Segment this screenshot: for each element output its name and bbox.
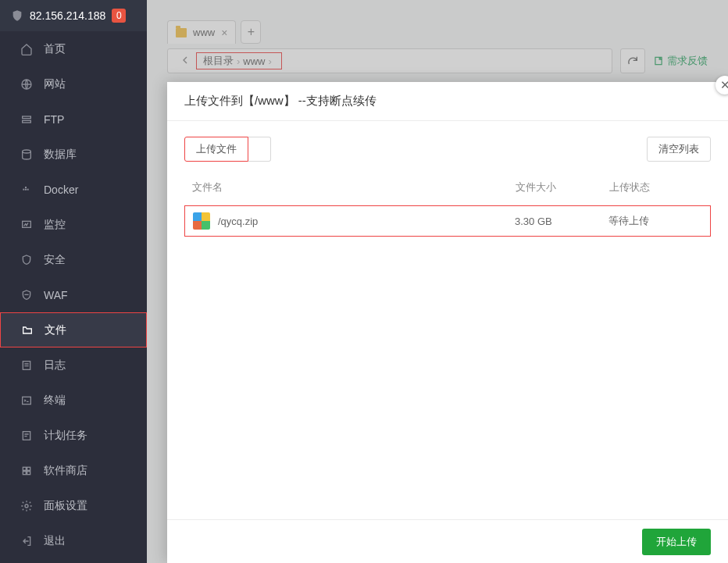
sidebar-item-label: 网站 <box>44 77 66 91</box>
svg-point-16 <box>25 504 28 508</box>
shield-check-icon <box>20 254 33 266</box>
sidebar-item-database[interactable]: 数据库 <box>0 137 147 172</box>
monitor-icon <box>20 219 33 231</box>
file-name: /qycq.zip <box>218 216 258 227</box>
docker-icon <box>20 184 33 196</box>
sidebar-item-label: 软件商店 <box>44 464 87 478</box>
sidebar-item-waf[interactable]: WAF <box>0 277 147 312</box>
upload-file-button[interactable]: 上传文件 <box>184 137 248 162</box>
sidebar-item-logs[interactable]: 日志 <box>0 347 147 383</box>
terminal-icon <box>20 394 33 407</box>
svg-rect-4 <box>23 188 24 190</box>
sidebar-item-label: 首页 <box>44 42 66 56</box>
sidebar-item-label: WAF <box>44 289 68 301</box>
svg-rect-12 <box>23 467 26 470</box>
svg-rect-8 <box>23 221 31 227</box>
sidebar-item-label: 监控 <box>44 218 66 232</box>
dialog-title: 上传文件到【/www】 --支持断点续传 <box>167 82 728 121</box>
file-size: 3.30 GB <box>515 216 608 227</box>
sidebar-item-label: 计划任务 <box>44 429 87 443</box>
store-icon <box>20 465 33 477</box>
sidebar-item-label: 日志 <box>44 358 66 372</box>
sidebar-item-docker[interactable]: Docker <box>0 172 147 207</box>
svg-rect-10 <box>23 397 31 404</box>
sidebar-item-settings[interactable]: 面板设置 <box>0 488 147 523</box>
dialog-footer: 开始上传 <box>167 519 728 563</box>
sidebar-item-sites[interactable]: 网站 <box>0 66 147 102</box>
col-status-header: 上传状态 <box>609 180 703 194</box>
sidebar-header: 82.156.214.188 0 <box>0 0 147 31</box>
file-status: 等待上传 <box>608 214 702 228</box>
sidebar-item-monitor[interactable]: 监控 <box>0 207 147 242</box>
shield-icon <box>11 9 23 22</box>
col-size-header: 文件大小 <box>516 180 609 194</box>
zip-file-icon <box>193 212 210 230</box>
sidebar-item-ftp[interactable]: FTP <box>0 102 147 137</box>
sidebar-item-label: Docker <box>44 184 78 196</box>
table-row[interactable]: /qycq.zip 3.30 GB 等待上传 <box>184 205 711 237</box>
sidebar-item-label: 面板设置 <box>44 499 87 513</box>
notification-badge[interactable]: 0 <box>112 9 126 23</box>
svg-rect-6 <box>27 188 29 190</box>
sidebar-item-cron[interactable]: 计划任务 <box>0 418 147 453</box>
database-icon <box>20 148 33 161</box>
start-upload-button[interactable]: 开始上传 <box>642 529 711 555</box>
ftp-icon <box>20 113 33 126</box>
sidebar: 82.156.214.188 0 首页 网站 FTP 数据库 Docker 监控… <box>0 0 147 563</box>
sidebar-item-label: 退出 <box>44 534 66 548</box>
sidebar-item-label: 数据库 <box>44 148 77 162</box>
waf-icon <box>20 289 33 301</box>
svg-rect-5 <box>25 188 27 190</box>
globe-icon <box>20 78 33 91</box>
svg-rect-13 <box>27 467 30 470</box>
sidebar-item-label: FTP <box>44 113 64 126</box>
dialog-body: 上传文件 清空列表 文件名 文件大小 上传状态 /qycq.zip 3.30 G… <box>167 121 728 519</box>
folder-icon <box>21 324 34 337</box>
sidebar-item-label: 文件 <box>45 323 66 337</box>
sidebar-item-store[interactable]: 软件商店 <box>0 453 147 488</box>
sidebar-item-exit[interactable]: 退出 <box>0 523 147 558</box>
col-name-header: 文件名 <box>192 180 516 194</box>
upload-table: 文件名 文件大小 上传状态 /qycq.zip 3.30 GB 等待上传 <box>184 180 711 237</box>
sidebar-item-terminal[interactable]: 终端 <box>0 383 147 418</box>
clear-list-button[interactable]: 清空列表 <box>647 137 711 162</box>
sidebar-item-label: 终端 <box>44 394 66 408</box>
svg-rect-15 <box>27 471 30 474</box>
svg-rect-7 <box>25 187 27 188</box>
svg-rect-14 <box>23 471 26 474</box>
upload-file-split-button: 上传文件 <box>184 137 271 162</box>
sidebar-item-files[interactable]: 文件 <box>0 312 147 347</box>
sidebar-item-security[interactable]: 安全 <box>0 242 147 277</box>
svg-rect-2 <box>23 120 31 123</box>
svg-point-3 <box>23 150 31 153</box>
log-icon <box>20 359 33 372</box>
gear-icon <box>20 500 33 512</box>
table-header: 文件名 文件大小 上传状态 <box>184 180 711 205</box>
sidebar-item-label: 安全 <box>44 253 66 267</box>
exit-icon <box>20 535 33 547</box>
sidebar-item-home[interactable]: 首页 <box>0 31 147 66</box>
svg-rect-1 <box>23 116 31 119</box>
home-icon <box>20 43 33 55</box>
dialog-toolbar: 上传文件 清空列表 <box>184 137 711 162</box>
clock-icon <box>20 429 33 442</box>
server-ip: 82.156.214.188 <box>30 9 105 22</box>
upload-dialog: ✕ 上传文件到【/www】 --支持断点续传 上传文件 清空列表 文件名 文件大… <box>167 82 728 563</box>
upload-dropdown-button[interactable] <box>248 137 271 162</box>
